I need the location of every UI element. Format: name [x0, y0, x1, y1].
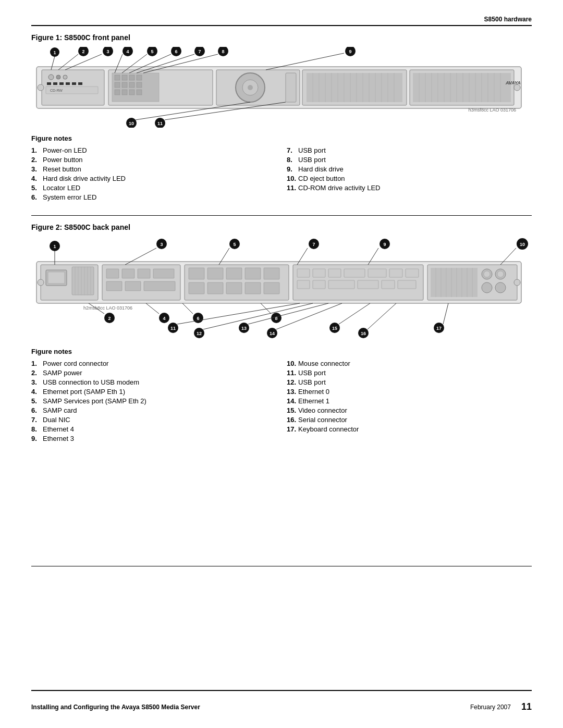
- svg-text:4: 4: [126, 49, 129, 54]
- svg-point-2: [48, 75, 54, 80]
- note-f1-10: 10.CD eject button: [287, 175, 532, 182]
- note-f1-1: 1.Power-on LED: [31, 146, 276, 154]
- svg-rect-6: [53, 82, 57, 85]
- svg-rect-135: [344, 269, 365, 277]
- note-f1-11: 11.CD-ROM drive activity LED: [287, 184, 532, 192]
- svg-rect-114: [122, 269, 134, 278]
- svg-rect-9: [72, 82, 76, 85]
- note-f1-9: 9.Hard disk drive: [287, 165, 532, 173]
- svg-rect-115: [138, 269, 150, 278]
- svg-rect-20: [122, 82, 127, 88]
- svg-rect-123: [226, 268, 242, 279]
- svg-text:1: 1: [53, 50, 56, 55]
- svg-text:7: 7: [198, 49, 201, 54]
- note-f2-1: 1.Power cord connector: [31, 360, 276, 367]
- note-f2-17: 17.Keyboard connector: [287, 425, 532, 433]
- svg-rect-129: [245, 282, 261, 294]
- svg-rect-5: [47, 82, 51, 85]
- svg-text:5: 5: [151, 49, 153, 54]
- svg-text:15: 15: [332, 326, 337, 331]
- svg-text:h2msb8cc LAO 031706: h2msb8cc LAO 031706: [83, 305, 132, 311]
- svg-text:13: 13: [241, 326, 247, 331]
- figure1-title: Figure 1: S8500C front panel: [31, 33, 532, 42]
- figure2-notes-title: Figure notes: [31, 348, 532, 355]
- svg-point-159: [482, 282, 492, 293]
- svg-rect-24: [122, 90, 127, 95]
- svg-line-197: [203, 303, 313, 329]
- svg-rect-33: [307, 73, 402, 102]
- svg-text:16: 16: [361, 331, 366, 336]
- note-f1-3: 3.Reset button: [31, 165, 276, 173]
- svg-point-161: [38, 279, 44, 286]
- note-f2-5: 5.SAMP Services port (SAMP Eth 2): [31, 397, 276, 405]
- svg-rect-133: [313, 269, 325, 277]
- svg-rect-143: [382, 280, 395, 289]
- note-f1-6: 6.System error LED: [31, 193, 276, 201]
- svg-rect-22: [137, 82, 142, 88]
- front-panel-diagram: CD-RW: [31, 47, 532, 129]
- svg-rect-132: [297, 269, 310, 277]
- svg-rect-140: [313, 280, 325, 289]
- svg-rect-116: [153, 269, 174, 278]
- svg-point-156: [484, 271, 490, 277]
- note-f1-5: 5.Locator LED: [31, 184, 276, 192]
- svg-text:2: 2: [82, 49, 84, 54]
- note-f2-6: 6.SAMP card: [31, 406, 276, 414]
- svg-rect-10: [78, 82, 82, 85]
- svg-point-3: [56, 75, 60, 79]
- footer-document-title: Installing and Configuring the Avaya S85…: [31, 704, 200, 711]
- svg-text:17: 17: [436, 326, 442, 331]
- svg-text:CD-RW: CD-RW: [50, 89, 63, 92]
- note-f2-8: 8.Ethernet 4: [31, 425, 276, 433]
- svg-point-158: [497, 271, 504, 277]
- svg-text:11: 11: [170, 326, 176, 331]
- svg-point-4: [63, 75, 67, 79]
- svg-text:4: 4: [163, 316, 165, 321]
- note-f2-4: 4.Ethernet port (SAMP Eth 1): [31, 388, 276, 396]
- svg-rect-25: [129, 90, 134, 95]
- back-panel-svg: h2msb8cc LAO 031706 1 3 5 7: [31, 237, 532, 341]
- figure2-section: Figure 2: S8500C back panel: [31, 223, 532, 444]
- svg-point-30: [248, 85, 253, 90]
- note-f2-2: 2.SAMP power: [31, 369, 276, 377]
- svg-text:9: 9: [349, 49, 351, 54]
- svg-point-160: [495, 282, 506, 293]
- svg-rect-121: [189, 268, 204, 279]
- svg-line-212: [443, 303, 448, 324]
- svg-rect-139: [297, 280, 310, 289]
- svg-rect-26: [137, 90, 142, 95]
- svg-rect-16: [122, 75, 127, 80]
- svg-rect-127: [207, 282, 223, 294]
- svg-rect-125: [264, 268, 279, 279]
- svg-text:h3msf8cc LAO 031706: h3msf8cc LAO 031706: [468, 107, 516, 113]
- svg-rect-105: [72, 267, 94, 295]
- svg-rect-18: [137, 75, 142, 80]
- note-f1-7: 7.USB port: [287, 146, 532, 154]
- svg-text:5: 5: [233, 242, 236, 247]
- note-f2-7: 7.Dual NIC: [31, 416, 276, 424]
- svg-text:1: 1: [53, 244, 56, 249]
- svg-rect-136: [368, 269, 386, 277]
- back-panel-diagram: h2msb8cc LAO 031706 1 3 5 7: [31, 237, 532, 342]
- figure2-notes-right: 10.Mouse connector 11.USB port 12.USB po…: [287, 360, 532, 444]
- note-f2-11: 11.USB port: [287, 369, 532, 377]
- svg-line-185: [146, 303, 159, 314]
- svg-text:3: 3: [106, 49, 109, 54]
- svg-text:8: 8: [222, 49, 224, 54]
- svg-text:12: 12: [197, 331, 202, 336]
- svg-text:6: 6: [175, 49, 177, 54]
- svg-point-66: [514, 84, 520, 91]
- svg-text:2: 2: [108, 316, 111, 321]
- svg-rect-124: [245, 268, 261, 279]
- svg-rect-122: [207, 268, 223, 279]
- svg-rect-128: [226, 282, 242, 294]
- svg-text:9: 9: [383, 242, 386, 247]
- svg-line-209: [368, 303, 396, 329]
- figure1-notes-title: Figure notes: [31, 134, 532, 142]
- svg-rect-21: [129, 82, 134, 88]
- svg-line-188: [182, 303, 193, 314]
- footer-page-number: 11: [521, 701, 532, 712]
- note-f2-12: 12.USB port: [287, 378, 532, 386]
- svg-text:10: 10: [129, 121, 134, 126]
- figure1-notes-left: 1.Power-on LED 2.Power button 3.Reset bu…: [31, 146, 276, 203]
